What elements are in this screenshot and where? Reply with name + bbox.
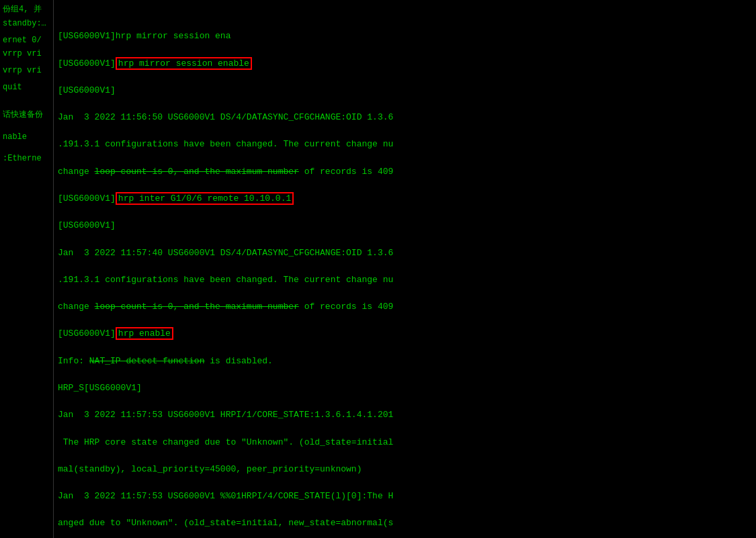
terminal-main[interactable]: [USG6000V1]hrp mirror session ena [USG60… bbox=[54, 0, 756, 538]
sidebar-item: 话快速备份 bbox=[0, 108, 53, 122]
terminal-line: [USG6000V1]hrp enable bbox=[58, 327, 752, 341]
terminal-line: change loop count is 0, and the maximum … bbox=[58, 165, 752, 179]
sidebar-item: quit bbox=[0, 81, 53, 95]
terminal-line: [USG6000V1] bbox=[58, 84, 752, 97]
sidebar-item: 份组4, 并 bbox=[0, 3, 53, 17]
terminal-line: .191.3.1 configurations have been change… bbox=[58, 138, 752, 151]
sidebar-item: nable bbox=[0, 130, 53, 144]
terminal-line: [USG6000V1]hrp inter G1/0/6 remote 10.10… bbox=[58, 192, 752, 206]
sidebar-item: standby: i bbox=[0, 17, 53, 31]
sidebar-item: ernet 0/ bbox=[0, 34, 53, 48]
sidebar: 份组4, 并standby: iernet 0/vrrp vrivrrp vri… bbox=[0, 0, 54, 538]
terminal-line: [USG6000V1]hrp mirror session ena bbox=[58, 30, 752, 43]
terminal-line: change loop count is 0, and the maximum … bbox=[58, 300, 752, 314]
command-highlight: hrp inter G1/0/6 remote 10.10.0.1 bbox=[116, 192, 294, 205]
terminal-content: [USG6000V1]hrp mirror session ena [USG60… bbox=[58, 3, 752, 538]
terminal-line: Jan 3 2022 11:57:40 USG6000V1 DS/4/DATAS… bbox=[58, 246, 752, 260]
sidebar-item: vrrp vri bbox=[0, 47, 53, 61]
command-highlight: hrp mirror session enable bbox=[116, 57, 252, 70]
sidebar-item: :Etherne bbox=[0, 152, 53, 166]
terminal-line: .191.3.1 configurations have been change… bbox=[58, 273, 752, 287]
sidebar-item bbox=[0, 179, 53, 182]
terminal-line: anged due to "Unknown". (old_state=initi… bbox=[58, 517, 752, 530]
terminal-line: Jan 3 2022 11:56:50 USG6000V1 DS/4/DATAS… bbox=[58, 111, 752, 124]
sidebar-item: vrrp vri bbox=[0, 64, 53, 78]
terminal-line: [USG6000V1] bbox=[58, 219, 752, 232]
terminal-line: mal(standby), local_priority=45000, peer… bbox=[58, 463, 752, 476]
terminal-line: HRP_S[USG6000V1] bbox=[58, 382, 752, 395]
terminal-line: Jan 3 2022 11:57:53 USG6000V1 HRPI/1/COR… bbox=[58, 408, 752, 422]
terminal-line: The HRP core state changed due to "Unkno… bbox=[58, 436, 752, 449]
strikethrough-text: NAT_IP detect function bbox=[89, 356, 205, 366]
terminal-line: Info: NAT_IP detect function is disabled… bbox=[58, 355, 752, 368]
strikethrough-text: loop count is 0, and the maximum number bbox=[95, 167, 299, 177]
command-highlight: hrp enable bbox=[116, 327, 173, 340]
terminal-line: [USG6000V1]hrp mirror session enable bbox=[58, 57, 752, 71]
terminal-line: Jan 3 2022 11:57:53 USG6000V1 %%01HRPI/4… bbox=[58, 490, 752, 503]
strikethrough-text: loop count is 0, and the maximum number bbox=[95, 302, 299, 312]
